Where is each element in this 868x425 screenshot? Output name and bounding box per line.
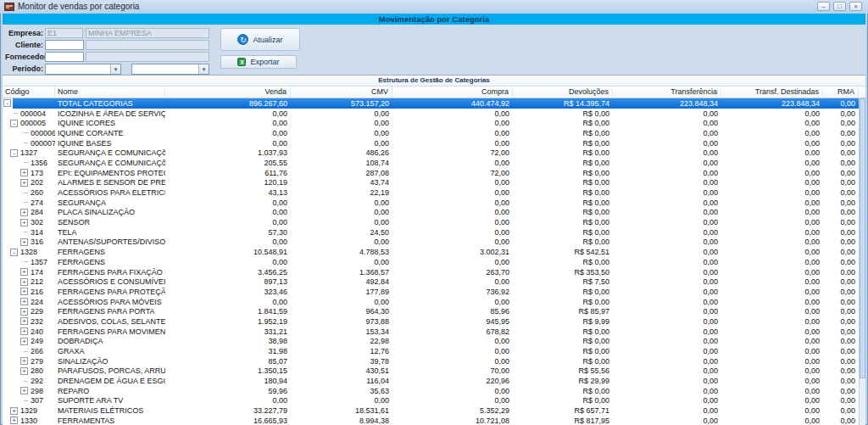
table-row[interactable]: 1356SEGURANÇA E COMUNICAÇõES205,55108,74… — [3, 158, 865, 168]
tree-branch — [24, 261, 28, 262]
cell-nome: SUPORTE ARA TV — [55, 396, 165, 405]
table-row[interactable]: +224ACESSÓRIOS PARA MÓVEIS0,000,000,00R$… — [3, 297, 865, 307]
table-row[interactable]: +229FERRAGENS PARA PORTA1.841,59964,3085… — [3, 306, 865, 316]
table-row[interactable]: +298REPARO59,9635,630,00R$ 0,000,000,000… — [3, 386, 865, 396]
column-header-rma[interactable]: RMA — [823, 87, 859, 98]
cell-devolucoes: R$ 0,00 — [513, 148, 613, 157]
table-row[interactable]: +232ADESIVOS, COLAS, SELANTES, FITA1.952… — [3, 316, 865, 327]
cell-codigo: 266 — [3, 347, 55, 355]
cell-venda: 1.350,15 — [165, 366, 291, 375]
cell-transf-destinadas: 0,00 — [721, 317, 823, 326]
categories-grid: Estrutura de Gestão de Categorias Código… — [3, 75, 865, 425]
close-icon[interactable]: × — [849, 2, 862, 11]
expand-icon[interactable]: + — [20, 278, 28, 286]
cell-transf-destinadas: 0,00 — [721, 238, 823, 246]
expand-icon[interactable]: + — [20, 298, 28, 305]
cell-rma: 0,00 — [823, 218, 859, 226]
table-row[interactable]: +202ALARMES E SENSOR DE PRESENÇA120,1943… — [3, 178, 865, 188]
expand-icon[interactable]: + — [10, 407, 18, 415]
table-row[interactable]: +1330FERRAMENTAS16.665,938.994,3810.721,… — [3, 416, 865, 425]
table-row[interactable]: 274SEGURANÇA0,000,000,00R$ 0,000,000,000… — [3, 198, 865, 208]
table-row[interactable]: +216FERRAGENS PARA PROTEÇÃO E SEG323,461… — [3, 287, 865, 297]
cell-codigo: 307 — [3, 396, 55, 405]
column-header-nome[interactable]: Nome — [55, 87, 165, 98]
cell-nome: FERRAGENS PARA MOVIMENTAÇÃO — [55, 327, 165, 336]
column-header-compra[interactable]: Compra — [392, 87, 513, 98]
table-row[interactable]: 314TELA57,3024,500,00R$ 0,000,000,000,00 — [3, 227, 865, 238]
column-header-devolucoes[interactable]: Devoluções — [513, 87, 613, 98]
cell-cmv: 964,30 — [291, 307, 392, 316]
cliente-input[interactable] — [45, 40, 84, 50]
expand-icon[interactable]: + — [20, 238, 28, 246]
table-row[interactable]: 292DRENAGEM DE ÁGUA E ESGOTO180,94116,04… — [3, 376, 865, 386]
fornecedor-input[interactable] — [45, 52, 84, 62]
table-row[interactable]: +279SINALIZAÇÃO85,0739,780,00R$ 0,000,00… — [3, 356, 865, 366]
expand-icon[interactable]: + — [20, 288, 28, 295]
cell-nome: SEGURANÇA E COMUNICAÇõES — [55, 159, 165, 167]
table-row[interactable]: 307SUPORTE ARA TV0,000,000,00R$ 0,000,00… — [3, 396, 865, 406]
expand-icon[interactable]: + — [20, 169, 28, 176]
column-header-transferencia[interactable]: Transferência — [613, 87, 721, 98]
table-row[interactable]: +1329MATERIAIS ELÉTRICOS33.227,7918.531,… — [3, 405, 865, 416]
chevron-down-icon[interactable]: ▾ — [198, 64, 209, 74]
collapse-icon[interactable]: - — [10, 120, 18, 127]
cell-rma: 0,00 — [823, 159, 859, 167]
collapse-icon[interactable]: - — [10, 149, 18, 157]
table-row[interactable]: 000007IQUINE BASES0,000,000,00R$ 0,000,0… — [3, 138, 865, 148]
category-code: 1330 — [20, 417, 37, 425]
table-row[interactable]: 266GRAXA31,9812,760,00R$ 0,000,000,000,0… — [3, 346, 865, 356]
expand-icon[interactable]: + — [20, 357, 28, 365]
scrollbar-thumb[interactable] — [860, 98, 865, 378]
minimize-icon[interactable]: – — [817, 2, 830, 11]
table-row[interactable]: 000006IQUINE CORANTE0,000,000,00R$ 0,000… — [3, 128, 865, 138]
exportar-button[interactable]: X Exportar — [220, 55, 297, 69]
column-header-venda[interactable]: Venda — [165, 87, 291, 98]
chevron-down-icon[interactable]: ▾ — [110, 64, 120, 74]
tree-branch — [14, 113, 18, 114]
cell-devolucoes: R$ 0,00 — [513, 169, 613, 177]
table-row[interactable]: 000004ICOZINHA E ÁREA DE SERVIÇO/COZ0,00… — [3, 109, 865, 119]
periodo-start-combo[interactable]: ▾ — [45, 64, 121, 75]
expand-icon[interactable]: + — [20, 367, 28, 375]
expand-icon[interactable]: + — [20, 179, 28, 187]
cell-devolucoes: R$ 0,00 — [513, 238, 613, 246]
cell-venda: 16.665,93 — [165, 417, 291, 425]
table-row[interactable]: 1357FERRAGENS0,000,000,00R$ 0,000,000,00… — [3, 257, 865, 267]
column-header-codigo[interactable]: Código — [3, 87, 55, 98]
expand-icon[interactable]: + — [20, 387, 28, 394]
table-row[interactable]: +302SENSOR0,000,000,00R$ 0,000,000,000,0… — [3, 217, 865, 227]
vertical-scrollbar[interactable] — [859, 98, 865, 425]
expand-icon[interactable]: + — [20, 308, 28, 316]
expand-icon[interactable]: + — [20, 317, 28, 325]
collapse-icon[interactable]: - — [10, 249, 18, 256]
maximize-icon[interactable]: □ — [833, 2, 846, 11]
table-row[interactable]: +280PARAFUSOS, PORCAS, ARRUELAS E I1.350… — [3, 366, 865, 377]
collapse-icon[interactable]: - — [3, 99, 11, 107]
periodo-end-combo[interactable]: ▾ — [131, 64, 209, 75]
column-header-transf-destinadas[interactable]: Transf. Destinadas — [721, 87, 823, 98]
table-row[interactable]: +173EPI: EQUIPAMENTOS PROTEÇÃO IN611,762… — [3, 168, 865, 178]
column-header-cmv[interactable]: CMV — [291, 87, 392, 98]
table-row[interactable]: -1328FERRAGENS10.548,914.788,533.002,31R… — [3, 247, 865, 257]
expand-icon[interactable]: + — [20, 268, 28, 276]
category-code: 249 — [31, 337, 43, 345]
expand-icon[interactable]: + — [10, 417, 18, 424]
table-row[interactable]: 260ACESSÓRIOS PARA ELETRICISTAS43,1322,1… — [3, 187, 865, 198]
table-row[interactable]: -TOTAL CATEGORIAS896.267,60573.157,20440… — [3, 98, 865, 109]
table-row[interactable]: +284PLACA SINALIZAÇÃO0,000,000,00R$ 0,00… — [3, 208, 865, 218]
table-row[interactable]: +249DOBRADIÇA38,9822,980,00R$ 0,000,000,… — [3, 337, 865, 347]
table-row[interactable]: +240FERRAGENS PARA MOVIMENTAÇÃO331,21153… — [3, 327, 865, 337]
expand-icon[interactable]: + — [20, 209, 28, 216]
category-code: 232 — [31, 317, 43, 326]
expand-icon[interactable]: + — [20, 219, 28, 226]
atualizar-button[interactable]: ↻ Atualizar — [220, 28, 300, 51]
expand-icon[interactable]: + — [20, 327, 28, 335]
table-row[interactable]: +212ACESSÓRIOS E CONSUMÍVEIS PARA897,134… — [3, 277, 865, 287]
table-row[interactable]: -000005IQUINE ICORES0,000,000,00R$ 0,000… — [3, 118, 865, 128]
table-row[interactable]: +316ANTENAS/SUPORTES/DIVISORES0,000,000,… — [3, 238, 865, 248]
table-row[interactable]: +174FERRAGENS PARA FIXAÇÃO E MONT3.456,2… — [3, 267, 865, 277]
table-row[interactable]: -1327SEGURANÇA E COMUNICAÇõES1.037,93486… — [3, 148, 865, 158]
cell-codigo: 000007 — [3, 139, 55, 148]
cell-transferencia: 0,00 — [613, 317, 721, 326]
expand-icon[interactable]: + — [20, 338, 28, 345]
